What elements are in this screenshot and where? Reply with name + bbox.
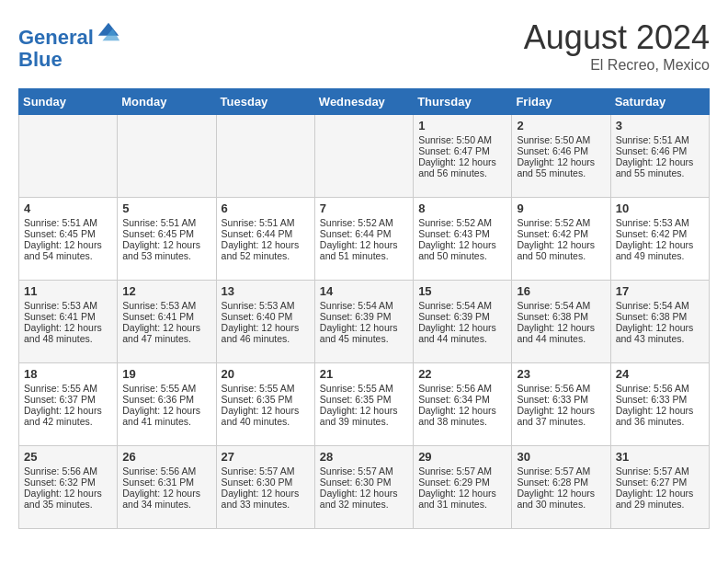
week-row-5: 25Sunrise: 5:56 AMSunset: 6:32 PMDayligh… xyxy=(19,446,710,529)
day-info-line: Sunrise: 5:53 AM xyxy=(616,217,704,228)
calendar-cell: 18Sunrise: 5:55 AMSunset: 6:37 PMDayligh… xyxy=(19,363,118,446)
day-info-line: Sunset: 6:42 PM xyxy=(517,228,605,239)
day-info-line: Daylight: 12 hours and 46 minutes. xyxy=(222,322,310,344)
calendar-cell xyxy=(216,115,314,198)
day-info-line: Daylight: 12 hours and 34 minutes. xyxy=(122,488,210,510)
day-info-line: Daylight: 12 hours and 36 minutes. xyxy=(616,405,704,427)
day-info-line: Daylight: 12 hours and 56 minutes. xyxy=(418,156,506,178)
day-info-line: Daylight: 12 hours and 49 minutes. xyxy=(616,239,704,261)
calendar-cell: 12Sunrise: 5:53 AMSunset: 6:41 PMDayligh… xyxy=(118,281,216,363)
day-info-line: Sunset: 6:28 PM xyxy=(517,477,605,488)
day-info-line: Sunrise: 5:51 AM xyxy=(222,217,310,228)
day-info-line: Sunrise: 5:51 AM xyxy=(24,217,112,228)
day-info-line: Sunrise: 5:57 AM xyxy=(418,465,506,477)
day-number: 25 xyxy=(24,450,112,464)
day-info-line: Sunrise: 5:55 AM xyxy=(24,383,112,394)
day-info-line: Sunset: 6:42 PM xyxy=(616,228,704,239)
day-number: 29 xyxy=(418,450,506,464)
day-number: 4 xyxy=(24,201,112,215)
calendar-header: SundayMondayTuesdayWednesdayThursdayFrid… xyxy=(19,89,710,115)
day-info-line: Daylight: 12 hours and 33 minutes. xyxy=(222,488,310,510)
day-number: 31 xyxy=(616,450,704,464)
day-info-line: Sunset: 6:34 PM xyxy=(418,394,506,405)
day-number: 2 xyxy=(517,119,605,132)
day-info-line: Sunrise: 5:52 AM xyxy=(418,217,506,228)
calendar-cell: 11Sunrise: 5:53 AMSunset: 6:41 PMDayligh… xyxy=(19,281,118,363)
calendar-cell: 30Sunrise: 5:57 AMSunset: 6:28 PMDayligh… xyxy=(512,446,610,529)
day-info-line: Daylight: 12 hours and 44 minutes. xyxy=(418,322,506,344)
logo-blue: Blue xyxy=(18,48,63,71)
day-info-line: Daylight: 12 hours and 30 minutes. xyxy=(517,488,605,510)
day-info-line: Sunset: 6:38 PM xyxy=(517,311,605,322)
day-info-line: Daylight: 12 hours and 40 minutes. xyxy=(222,405,310,427)
day-info-line: Sunset: 6:41 PM xyxy=(24,311,112,322)
day-info-line: Daylight: 12 hours and 43 minutes. xyxy=(616,322,704,344)
day-number: 3 xyxy=(616,119,704,132)
svg-marker-0 xyxy=(98,23,119,36)
calendar-cell: 15Sunrise: 5:54 AMSunset: 6:39 PMDayligh… xyxy=(414,281,512,363)
day-info-line: Sunrise: 5:54 AM xyxy=(418,300,506,311)
day-info-line: Sunset: 6:44 PM xyxy=(320,228,408,239)
day-info-line: Daylight: 12 hours and 55 minutes. xyxy=(517,156,605,178)
day-info-line: Sunrise: 5:56 AM xyxy=(517,383,605,394)
calendar-cell: 27Sunrise: 5:57 AMSunset: 6:30 PMDayligh… xyxy=(216,446,314,529)
day-info-line: Sunset: 6:44 PM xyxy=(222,228,310,239)
day-number: 9 xyxy=(517,201,605,215)
day-info-line: Sunset: 6:30 PM xyxy=(320,477,408,488)
week-row-3: 11Sunrise: 5:53 AMSunset: 6:41 PMDayligh… xyxy=(19,281,710,363)
calendar-cell: 23Sunrise: 5:56 AMSunset: 6:33 PMDayligh… xyxy=(512,363,610,446)
day-info-line: Sunrise: 5:57 AM xyxy=(616,465,704,477)
day-info-line: Sunrise: 5:55 AM xyxy=(320,383,408,394)
day-number: 17 xyxy=(616,284,704,298)
day-info-line: Sunset: 6:47 PM xyxy=(418,145,506,156)
header-cell-monday: Monday xyxy=(118,89,216,115)
day-info-line: Sunset: 6:45 PM xyxy=(122,228,210,239)
calendar-cell: 14Sunrise: 5:54 AMSunset: 6:39 PMDayligh… xyxy=(314,281,413,363)
calendar-cell: 17Sunrise: 5:54 AMSunset: 6:38 PMDayligh… xyxy=(610,281,709,363)
calendar-cell: 20Sunrise: 5:55 AMSunset: 6:35 PMDayligh… xyxy=(216,363,314,446)
title-block: August 2024 El Recreo, Mexico xyxy=(524,18,710,74)
calendar-cell: 24Sunrise: 5:56 AMSunset: 6:33 PMDayligh… xyxy=(610,363,709,446)
calendar-cell: 10Sunrise: 5:53 AMSunset: 6:42 PMDayligh… xyxy=(610,198,709,281)
calendar-cell: 3Sunrise: 5:51 AMSunset: 6:46 PMDaylight… xyxy=(610,115,709,198)
calendar-cell: 28Sunrise: 5:57 AMSunset: 6:30 PMDayligh… xyxy=(314,446,413,529)
day-info-line: Sunrise: 5:53 AM xyxy=(222,300,310,311)
day-info-line: Daylight: 12 hours and 51 minutes. xyxy=(320,239,408,261)
day-number: 24 xyxy=(616,367,704,381)
day-info-line: Sunset: 6:33 PM xyxy=(616,394,704,405)
location: El Recreo, Mexico xyxy=(524,57,710,74)
calendar-cell: 6Sunrise: 5:51 AMSunset: 6:44 PMDaylight… xyxy=(216,198,314,281)
day-info-line: Daylight: 12 hours and 50 minutes. xyxy=(418,239,506,261)
day-info-line: Sunset: 6:46 PM xyxy=(517,145,605,156)
day-number: 10 xyxy=(616,201,704,215)
calendar-cell: 29Sunrise: 5:57 AMSunset: 6:29 PMDayligh… xyxy=(414,446,512,529)
day-info-line: Sunrise: 5:51 AM xyxy=(122,217,210,228)
day-number: 12 xyxy=(122,284,210,298)
day-info-line: Daylight: 12 hours and 54 minutes. xyxy=(24,239,112,261)
calendar-cell: 8Sunrise: 5:52 AMSunset: 6:43 PMDaylight… xyxy=(414,198,512,281)
day-info-line: Daylight: 12 hours and 32 minutes. xyxy=(320,488,408,510)
day-info-line: Daylight: 12 hours and 45 minutes. xyxy=(320,322,408,344)
day-info-line: Sunset: 6:31 PM xyxy=(122,477,210,488)
calendar-cell: 4Sunrise: 5:51 AMSunset: 6:45 PMDaylight… xyxy=(19,198,118,281)
day-info-line: Sunrise: 5:53 AM xyxy=(24,300,112,311)
day-number: 28 xyxy=(320,450,408,464)
month-year: August 2024 xyxy=(524,18,710,57)
day-info-line: Sunset: 6:45 PM xyxy=(24,228,112,239)
calendar-body: 1Sunrise: 5:50 AMSunset: 6:47 PMDaylight… xyxy=(19,115,710,529)
calendar-cell: 1Sunrise: 5:50 AMSunset: 6:47 PMDaylight… xyxy=(414,115,512,198)
day-info-line: Sunrise: 5:50 AM xyxy=(517,134,605,145)
day-number: 20 xyxy=(222,367,310,381)
day-info-line: Sunrise: 5:52 AM xyxy=(517,217,605,228)
day-number: 19 xyxy=(122,367,210,381)
day-info-line: Sunrise: 5:54 AM xyxy=(517,300,605,311)
day-info-line: Sunrise: 5:56 AM xyxy=(122,465,210,477)
day-info-line: Sunrise: 5:57 AM xyxy=(517,465,605,477)
day-number: 18 xyxy=(24,367,112,381)
calendar-cell: 21Sunrise: 5:55 AMSunset: 6:35 PMDayligh… xyxy=(314,363,413,446)
week-row-4: 18Sunrise: 5:55 AMSunset: 6:37 PMDayligh… xyxy=(19,363,710,446)
header-row: SundayMondayTuesdayWednesdayThursdayFrid… xyxy=(19,89,710,115)
day-info-line: Sunrise: 5:57 AM xyxy=(222,465,310,477)
day-info-line: Sunset: 6:39 PM xyxy=(418,311,506,322)
day-info-line: Daylight: 12 hours and 31 minutes. xyxy=(418,488,506,510)
